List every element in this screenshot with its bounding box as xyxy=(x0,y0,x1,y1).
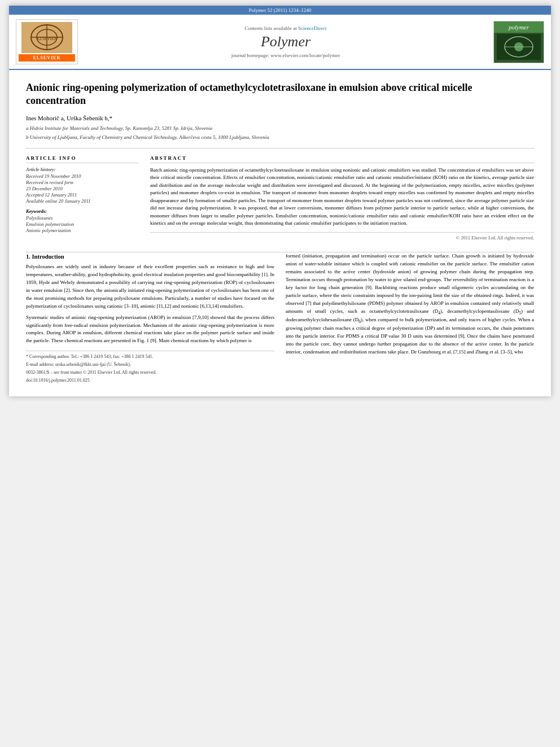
copyright-line: © 2011 Elsevier Ltd. All rights reserved… xyxy=(150,232,534,241)
body-right-col: formed (initiation, propagation and term… xyxy=(286,252,534,385)
article-info-title: ARTICLE INFO xyxy=(26,155,139,163)
sciencedirect-line: Contents lists available at ScienceDirec… xyxy=(82,25,489,31)
received-revised-label: Received in revised form xyxy=(26,180,139,185)
body-left-col: 1. Introduction Polysiloxanes are widely… xyxy=(26,252,274,385)
journal-citation-bar: Polymer 52 (2011) 1234–1240 xyxy=(9,6,551,15)
polymer-cover: polymer xyxy=(493,21,544,63)
article-info-section: ARTICLE INFO Article history: Received 1… xyxy=(26,155,139,241)
polymer-logo-area: polymer xyxy=(493,21,544,63)
svg-text:ELSEVIER: ELSEVIER xyxy=(36,36,57,41)
abstract-section: ABSTRACT Batch anionic ring-opening poly… xyxy=(150,155,534,241)
body-content: 1. Introduction Polysiloxanes are widely… xyxy=(9,252,551,396)
accepted-date: Accepted 12 January 2011 xyxy=(26,192,139,198)
footnote-corresponding: * Corresponding author. Tel.: +386 1 241… xyxy=(26,353,274,360)
sciencedirect-link[interactable]: ScienceDirect xyxy=(298,25,326,31)
section-title-text: Introduction xyxy=(32,254,64,260)
keyword-3: Anionic polymerization xyxy=(26,228,139,233)
elsevier-label: ELSEVIER xyxy=(19,54,75,62)
section-number: 1. xyxy=(26,254,30,260)
article-content: Anionic ring-opening polymerization of o… xyxy=(9,70,551,252)
intro-paragraph-2: Systematic studies of anionic ring-openi… xyxy=(26,314,274,346)
right-paragraph-1: formed (initiation, propagation and term… xyxy=(286,252,534,356)
elsevier-box: ELSEVIER ELSEVIER xyxy=(16,19,78,64)
journal-citation: Polymer 52 (2011) 1234–1240 xyxy=(249,7,311,13)
available-online-date: Available online 20 January 2011 xyxy=(26,198,139,204)
author-names: Ines Mohorič a, Urška Šebenik b,* xyxy=(26,115,112,121)
article-history-label: Article history: xyxy=(26,167,139,172)
journal-header: ELSEVIER ELSEVIER Contents lists availab… xyxy=(9,15,551,70)
elsevier-logo-area: ELSEVIER ELSEVIER xyxy=(16,19,78,64)
intro-paragraph-1: Polysiloxanes are widely used in industr… xyxy=(26,263,274,311)
article-info-abstract: ARTICLE INFO Article history: Received 1… xyxy=(26,155,534,241)
footnote-issn: 0032-3861/$ – see front matter © 2011 El… xyxy=(26,369,274,376)
footnote-area: * Corresponding author. Tel.: +386 1 241… xyxy=(26,351,274,384)
abstract-title: ABSTRACT xyxy=(150,155,534,163)
journal-name: Polymer xyxy=(82,33,489,50)
keyword-2: Emulsion polymerization xyxy=(26,221,139,227)
two-col-body: 1. Introduction Polysiloxanes are widely… xyxy=(26,252,534,385)
divider-1 xyxy=(26,148,534,148)
footnote-doi: doi:10.1016/j.polymer.2011.01.025 xyxy=(26,377,274,384)
received-date: Received 19 November 2010 xyxy=(26,173,139,179)
affiliation-2: b University of Ljubljana, Faculty of Ch… xyxy=(26,134,534,141)
article-title: Anionic ring-opening polymerization of o… xyxy=(26,81,534,108)
homepage-line: journal homepage: www.elsevier.com/locat… xyxy=(82,53,489,58)
keyword-1: Polysiloxanes xyxy=(26,215,139,221)
page: Polymer 52 (2011) 1234–1240 ELSEVIER ELS… xyxy=(9,6,551,396)
intro-section-title: 1. Introduction xyxy=(26,254,274,260)
keywords-title: Keywords: xyxy=(26,208,139,214)
journal-center: Contents lists available at ScienceDirec… xyxy=(82,25,489,58)
abstract-text: Batch anionic ring-opening polymerizatio… xyxy=(150,167,534,228)
svg-text:polymer: polymer xyxy=(508,24,530,30)
footnote-email: E-mail address: urska.sebenik@fkkt.uni-l… xyxy=(26,361,274,368)
polymer-cover-image: polymer xyxy=(494,21,544,63)
contents-text: Contents lists available at xyxy=(245,25,298,31)
affiliation-1: a Hidria Institute for Materials and Tec… xyxy=(26,125,534,132)
received-revised-date: 23 December 2010 xyxy=(26,186,139,191)
authors-line: Ines Mohorič a, Urška Šebenik b,* xyxy=(26,115,534,121)
elsevier-illustration: ELSEVIER xyxy=(21,22,72,53)
